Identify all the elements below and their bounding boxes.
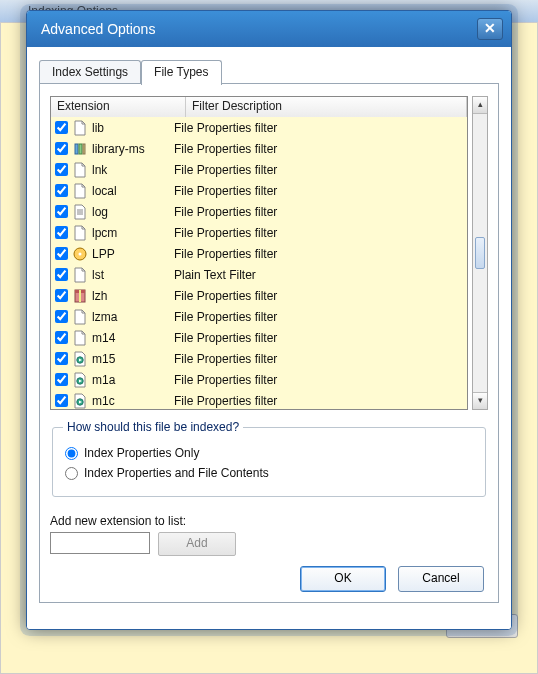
filter-description-cell: File Properties filter (172, 205, 467, 219)
svg-rect-1 (79, 144, 82, 154)
file-type-icon (72, 162, 88, 178)
extension-cell: m15 (92, 352, 172, 366)
add-extension-input[interactable] (50, 532, 150, 554)
indexing-mode-group: How should this file be indexed? Index P… (52, 420, 486, 497)
archive-icon (73, 288, 87, 304)
radio-properties-only[interactable] (65, 447, 78, 460)
media-icon (73, 372, 87, 388)
filter-description-cell: File Properties filter (172, 184, 467, 198)
filter-description-cell: File Properties filter (172, 121, 467, 135)
table-row[interactable]: lstPlain Text Filter (51, 264, 467, 285)
extension-checkbox[interactable] (55, 247, 68, 260)
table-row[interactable]: libFile Properties filter (51, 117, 467, 138)
file-type-icon (72, 204, 88, 220)
dialog-title: Advanced Options (41, 21, 155, 37)
tab-file-types[interactable]: File Types (141, 60, 221, 85)
radio-properties-only-row[interactable]: Index Properties Only (63, 446, 475, 460)
table-row[interactable]: m1cFile Properties filter (51, 390, 467, 409)
file-type-icon (72, 246, 88, 262)
file-icon (73, 225, 87, 241)
extension-checkbox[interactable] (55, 268, 68, 281)
table-row[interactable]: lpcmFile Properties filter (51, 222, 467, 243)
extension-checkbox[interactable] (55, 226, 68, 239)
table-row[interactable]: lnkFile Properties filter (51, 159, 467, 180)
extension-checkbox[interactable] (55, 352, 68, 365)
file-type-icon (72, 330, 88, 346)
svg-rect-7 (79, 290, 81, 302)
cancel-button[interactable]: Cancel (398, 566, 484, 592)
scroll-up-button[interactable]: ▴ (473, 97, 487, 114)
extension-cell: library-ms (92, 142, 172, 156)
table-row[interactable]: LPPFile Properties filter (51, 243, 467, 264)
file-type-icon (72, 288, 88, 304)
scroll-thumb[interactable] (475, 237, 485, 269)
extension-checkbox[interactable] (55, 163, 68, 176)
table-row[interactable]: m14File Properties filter (51, 327, 467, 348)
indexing-mode-legend: How should this file be indexed? (63, 420, 243, 434)
extension-list: Extension Filter Description libFile Pro… (50, 96, 468, 410)
extension-checkbox[interactable] (55, 331, 68, 344)
file-type-icon (72, 351, 88, 367)
svg-point-4 (79, 252, 82, 255)
list-header: Extension Filter Description (51, 97, 467, 118)
table-row[interactable]: library-msFile Properties filter (51, 138, 467, 159)
column-header-extension[interactable]: Extension (51, 97, 186, 117)
filter-description-cell: File Properties filter (172, 163, 467, 177)
filter-description-cell: File Properties filter (172, 331, 467, 345)
list-body[interactable]: libFile Properties filterlibrary-msFile … (51, 117, 467, 409)
file-type-icon (72, 120, 88, 136)
add-extension-button[interactable]: Add (158, 532, 236, 556)
extension-cell: lpcm (92, 226, 172, 240)
table-row[interactable]: lzhFile Properties filter (51, 285, 467, 306)
library-icon (73, 141, 87, 157)
media-icon (73, 393, 87, 409)
list-scrollbar[interactable]: ▴ ▾ (472, 96, 488, 410)
extension-cell: lst (92, 268, 172, 282)
file-icon (73, 120, 87, 136)
disc-icon (73, 246, 87, 262)
table-row[interactable]: m15File Properties filter (51, 348, 467, 369)
filter-description-cell: File Properties filter (172, 226, 467, 240)
table-row[interactable]: localFile Properties filter (51, 180, 467, 201)
close-button[interactable]: ✕ (477, 18, 503, 40)
filter-description-cell: File Properties filter (172, 142, 467, 156)
extension-cell: lzh (92, 289, 172, 303)
table-row[interactable]: lzmaFile Properties filter (51, 306, 467, 327)
radio-properties-only-label: Index Properties Only (84, 446, 199, 460)
extension-cell: m14 (92, 331, 172, 345)
extension-checkbox[interactable] (55, 184, 68, 197)
extension-checkbox[interactable] (55, 121, 68, 134)
file-icon (73, 309, 87, 325)
file-icon (73, 162, 87, 178)
filter-description-cell: File Properties filter (172, 247, 467, 261)
extension-cell: LPP (92, 247, 172, 261)
radio-properties-and-contents-row[interactable]: Index Properties and File Contents (63, 466, 475, 480)
extension-checkbox[interactable] (55, 205, 68, 218)
extension-cell: lzma (92, 310, 172, 324)
column-header-filter-description[interactable]: Filter Description (186, 97, 467, 117)
extension-cell: log (92, 205, 172, 219)
extension-checkbox[interactable] (55, 394, 68, 407)
table-row[interactable]: logFile Properties filter (51, 201, 467, 222)
add-extension-label: Add new extension to list: (50, 514, 186, 528)
file-type-icon (72, 225, 88, 241)
extension-cell: m1a (92, 373, 172, 387)
dialog-titlebar: Advanced Options ✕ (27, 11, 511, 47)
extension-checkbox[interactable] (55, 289, 68, 302)
ok-button[interactable]: OK (300, 566, 386, 592)
file-type-icon (72, 393, 88, 409)
filter-description-cell: File Properties filter (172, 310, 467, 324)
filter-description-cell: File Properties filter (172, 373, 467, 387)
file-type-icon (72, 372, 88, 388)
filter-description-cell: Plain Text Filter (172, 268, 467, 282)
filter-description-cell: File Properties filter (172, 352, 467, 366)
extension-checkbox[interactable] (55, 310, 68, 323)
tab-index-settings[interactable]: Index Settings (39, 60, 141, 84)
scroll-down-button[interactable]: ▾ (473, 392, 487, 409)
extension-checkbox[interactable] (55, 142, 68, 155)
filter-description-cell: File Properties filter (172, 289, 467, 303)
table-row[interactable]: m1aFile Properties filter (51, 369, 467, 390)
radio-properties-and-contents[interactable] (65, 467, 78, 480)
file-type-icon (72, 309, 88, 325)
extension-checkbox[interactable] (55, 373, 68, 386)
